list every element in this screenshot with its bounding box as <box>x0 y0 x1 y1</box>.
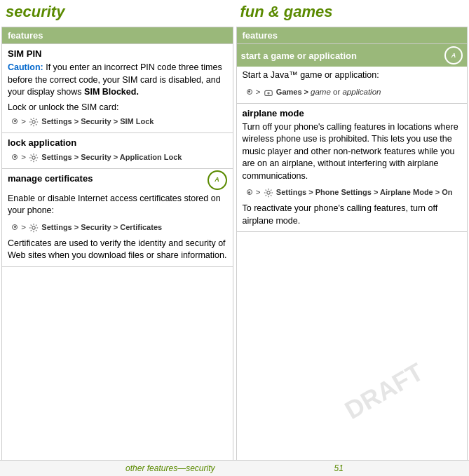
games-path: Games > <box>276 88 311 96</box>
manage-certs-section: manage certificates A Enable or disable … <box>2 169 233 267</box>
sim-pin-nav: > Settings > Security > SIM Lock <box>8 115 227 128</box>
sim-pin-caution-text: Caution: If you enter an incorrect PIN c… <box>8 62 227 99</box>
nav-bullet-icon <box>12 118 18 124</box>
left-section-title: security <box>0 0 235 25</box>
settings-gear-icon2 <box>29 153 39 163</box>
airplane-section: airplane mode Turn off your phone's call… <box>237 104 468 233</box>
left-col-header: features <box>2 27 233 44</box>
svg-point-0 <box>32 120 35 123</box>
certs-nav: > Settings > Security > Certificates <box>8 221 227 234</box>
airplane-path: Settings > Phone Settings > Airplane Mod… <box>276 188 453 196</box>
games-path-italic: game <box>311 88 331 96</box>
right-section-title: fun & games <box>235 0 470 25</box>
lock-app-title: lock application <box>8 137 227 151</box>
start-game-desc: Start a Java™ game or application: <box>243 69 462 82</box>
bottom-section-label: other features—security <box>125 463 215 473</box>
nav-arrow4: > <box>256 88 263 96</box>
page-number: 51 <box>334 463 344 473</box>
games-path-italic2: application <box>342 88 381 96</box>
start-game-nav: > Games > game or application <box>243 86 462 99</box>
sim-pin-section: SIM PIN Caution: If you enter an incorre… <box>2 44 233 133</box>
nav-arrow: > <box>21 117 28 125</box>
lock-app-nav: > Settings > Security > Application Lock <box>8 151 227 164</box>
java-badge-right: A <box>444 46 463 64</box>
manage-certs-label: manage certificates <box>8 173 93 184</box>
airplane-desc2: To reactivate your phone's calling featu… <box>243 203 462 227</box>
start-game-title: start a game or application A <box>237 44 468 67</box>
nav-arrow2: > <box>21 153 28 161</box>
nav-bullet-icon4 <box>247 89 252 95</box>
sim-pin-lock-text: Lock or unlock the SIM card: <box>8 102 227 112</box>
nav-arrow5: > <box>256 188 263 196</box>
sim-pin-title: SIM PIN <box>8 48 227 62</box>
nav-bullet-icon2 <box>12 154 18 160</box>
nav-bullet-icon3 <box>12 224 18 230</box>
nav-arrow3: > <box>21 223 28 231</box>
certs-path: Settings > Security > Certificates <box>41 223 162 231</box>
manage-certs-title: manage certificates A <box>8 173 227 193</box>
main-content: features SIM PIN Caution: If you enter a… <box>0 25 469 462</box>
svg-point-1 <box>32 156 35 158</box>
airplane-desc1: Turn off your phone's calling features i… <box>243 121 462 183</box>
caution-label: Caution: <box>8 62 43 72</box>
bottom-bar: other features—security 51 <box>0 460 469 476</box>
nav-bullet-icon5 <box>247 189 252 195</box>
start-game-section: start a game or application A Start a Ja… <box>237 44 468 104</box>
start-game-label: start a game or application <box>241 50 357 61</box>
games-path-or: or <box>331 88 343 96</box>
airplane-nav: > Settings > Phone Settings > Airplane M… <box>243 186 462 199</box>
settings-gear-icon <box>29 117 39 127</box>
right-col-header: features <box>237 27 468 44</box>
right-column: features start a game or application A S… <box>236 27 468 461</box>
java-badge: A <box>208 170 227 190</box>
airplane-title: airplane mode <box>243 108 462 121</box>
sim-pin-path: Settings > Security > SIM Lock <box>41 117 154 125</box>
java-badge-text: A <box>215 177 219 183</box>
certs-desc1: Enable or disable Internet access certif… <box>8 193 227 217</box>
certs-desc2: Certificates are used to verify the iden… <box>8 238 227 262</box>
lock-app-section: lock application > Settings > Security >… <box>2 133 233 169</box>
lock-app-path: Settings > Security > Application Lock <box>41 153 182 161</box>
settings-gear-icon3 <box>29 223 39 233</box>
svg-point-2 <box>32 226 35 229</box>
games-icon <box>264 88 273 97</box>
sim-blocked-text: SIM Blocked. <box>84 87 139 97</box>
title-bar: security fun & games <box>0 0 469 25</box>
settings-gear-icon4 <box>264 188 273 198</box>
svg-point-4 <box>266 191 269 194</box>
left-column: features SIM PIN Caution: If you enter a… <box>1 27 233 461</box>
